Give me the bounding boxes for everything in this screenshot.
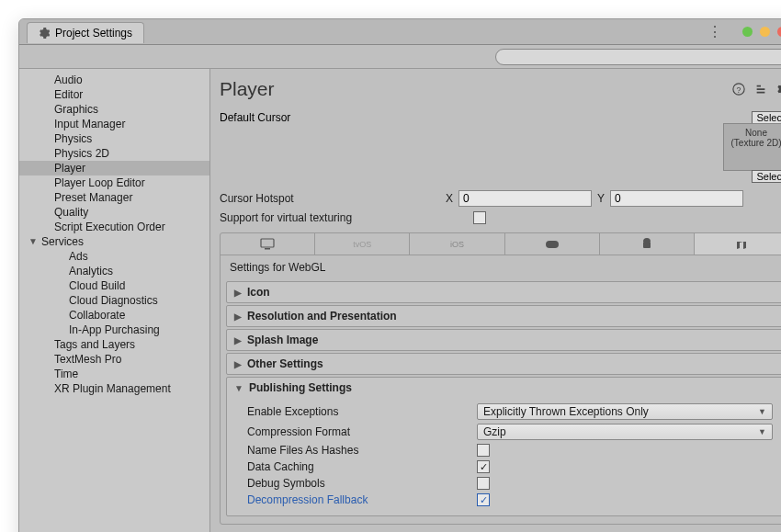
sidebar-item-label: Physics — [54, 132, 92, 145]
sidebar-item-label: In-App Purchasing — [69, 323, 160, 336]
maximize-button[interactable] — [760, 27, 770, 37]
sidebar-item-audio[interactable]: Audio — [19, 73, 209, 87]
chevron-down-icon: ▼ — [28, 236, 38, 246]
body: AudioEditorGraphicsInput ManagerPhysicsP… — [19, 69, 781, 532]
sidebar-item-label: Quality — [54, 206, 88, 219]
section-publishing-header[interactable]: ▼Publishing Settings — [227, 378, 781, 398]
chevron-right-icon: ▶ — [234, 335, 242, 345]
sidebar-item-cloud-diagnostics[interactable]: Cloud Diagnostics — [19, 293, 209, 308]
virtual-texturing-row: Support for virtual texturing — [220, 209, 781, 227]
sidebar-item-services[interactable]: ▼Services — [19, 234, 209, 249]
sidebar-item-ads[interactable]: Ads — [19, 249, 209, 264]
minimize-button[interactable] — [742, 27, 753, 37]
svg-rect-6 — [643, 242, 651, 248]
main-panel: Player ? Default C — [210, 69, 781, 532]
enable-exceptions-value: Explicitly Thrown Exceptions Only — [483, 405, 649, 418]
section-publishing: ▼Publishing Settings Enable Exceptions E… — [226, 377, 781, 516]
select-bottom-button[interactable]: Select — [752, 170, 781, 183]
publishing-body: Enable Exceptions Explicitly Thrown Exce… — [227, 398, 781, 515]
select-top-button[interactable]: Select — [752, 111, 781, 124]
settings-gear-icon[interactable] — [776, 83, 781, 96]
sidebar-item-quality[interactable]: Quality — [19, 205, 209, 220]
sidebar[interactable]: AudioEditorGraphicsInput ManagerPhysicsP… — [19, 69, 210, 532]
enable-exceptions-label: Enable Exceptions — [247, 405, 477, 418]
titlebar: Project Settings ⋮ — [19, 19, 781, 45]
cursor-hotspot-row: Cursor Hotspot X Y — [220, 188, 781, 209]
texture-slot[interactable]: None (Texture 2D) — [723, 123, 781, 171]
platform-tab-webgl[interactable] — [695, 233, 781, 255]
sidebar-item-physics[interactable]: Physics — [19, 131, 209, 146]
close-button[interactable] — [777, 27, 781, 37]
sidebar-item-collaborate[interactable]: Collaborate — [19, 308, 209, 323]
sidebar-item-tags-and-layers[interactable]: Tags and Layers — [19, 337, 209, 352]
platform-tab-tvos[interactable]: tvOS — [315, 233, 410, 255]
help-icon[interactable]: ? — [732, 83, 745, 96]
data-caching-label: Data Caching — [247, 460, 477, 473]
default-cursor-label: Default Cursor — [220, 111, 446, 124]
sidebar-item-editor[interactable]: Editor — [19, 87, 209, 102]
debug-symbols-label: Debug Symbols — [247, 477, 477, 490]
sidebar-item-label: Input Manager — [54, 118, 125, 130]
sidebar-item-player-loop-editor[interactable]: Player Loop Editor — [19, 175, 209, 190]
window-tab[interactable]: Project Settings — [27, 22, 144, 43]
section-resolution[interactable]: ▶Resolution and Presentation — [226, 305, 781, 327]
data-caching-checkbox[interactable]: ✓ — [477, 460, 490, 473]
sidebar-item-label: Audio — [54, 74, 83, 86]
compression-format-label: Compression Format — [247, 425, 477, 438]
sidebar-item-label: Graphics — [54, 103, 98, 116]
section-other[interactable]: ▶Other Settings — [226, 353, 781, 375]
sidebar-item-input-manager[interactable]: Input Manager — [19, 117, 209, 131]
preset-icon[interactable] — [754, 83, 767, 96]
window-controls: ⋮ — [707, 23, 781, 40]
platform-tab-ios[interactable]: iOS — [410, 233, 504, 255]
header-row: Player ? — [220, 74, 781, 109]
virtual-texturing-label: Support for virtual texturing — [220, 211, 446, 224]
y-label: Y — [597, 192, 605, 205]
svg-text:?: ? — [737, 85, 741, 95]
chevron-right-icon: ▶ — [234, 288, 242, 298]
compression-format-value: Gzip — [483, 425, 506, 438]
section-splash[interactable]: ▶Splash Image — [226, 329, 781, 351]
window-menu-icon[interactable]: ⋮ — [707, 23, 724, 40]
name-files-hashes-checkbox[interactable] — [477, 444, 490, 457]
sidebar-item-cloud-build[interactable]: Cloud Build — [19, 278, 209, 293]
sidebar-item-label: Player — [54, 162, 85, 175]
sidebar-item-xr-plugin-management[interactable]: XR Plugin Management — [19, 381, 209, 396]
cursor-preview: Select None (Texture 2D) Select — [723, 111, 781, 183]
debug-symbols-checkbox[interactable] — [477, 477, 490, 490]
sidebar-item-label: TextMesh Pro — [54, 353, 121, 366]
section-icon-label: Icon — [247, 286, 270, 299]
cursor-hotspot-y-input[interactable] — [610, 190, 743, 207]
sidebar-item-label: Script Execution Order — [54, 221, 165, 233]
sidebar-item-preset-manager[interactable]: Preset Manager — [19, 190, 209, 205]
platform-tab-android[interactable] — [600, 233, 695, 255]
window-title-text: Project Settings — [55, 27, 132, 40]
section-icon[interactable]: ▶Icon — [226, 281, 781, 303]
compression-format-dropdown[interactable]: Gzip ▼ — [477, 424, 773, 440]
sidebar-item-script-execution-order[interactable]: Script Execution Order — [19, 220, 209, 234]
sidebar-item-label: Physics 2D — [54, 147, 109, 160]
sidebar-item-label: Preset Manager — [54, 191, 132, 204]
sidebar-item-analytics[interactable]: Analytics — [19, 264, 209, 278]
enable-exceptions-dropdown[interactable]: Explicitly Thrown Exceptions Only ▼ — [477, 403, 773, 420]
platform-tab-console[interactable] — [505, 233, 600, 255]
search-input[interactable] — [495, 49, 781, 65]
platform-tab-desktop[interactable] — [221, 233, 315, 255]
sidebar-item-physics-2d[interactable]: Physics 2D — [19, 146, 209, 161]
sidebar-item-time[interactable]: Time — [19, 367, 209, 381]
decompression-fallback-checkbox[interactable]: ✓ — [477, 493, 490, 506]
virtual-texturing-checkbox[interactable] — [473, 211, 486, 224]
sidebar-item-player[interactable]: Player — [19, 161, 209, 175]
x-label: X — [446, 192, 453, 205]
sidebar-item-label: Time — [54, 368, 78, 380]
chevron-down-icon: ▼ — [758, 407, 766, 416]
sidebar-item-label: XR Plugin Management — [54, 382, 171, 395]
sidebar-item-in-app-purchasing[interactable]: In-App Purchasing — [19, 323, 209, 337]
sidebar-item-graphics[interactable]: Graphics — [19, 102, 209, 117]
platform-tabs: tvOS iOS — [221, 233, 781, 255]
sidebar-item-label: Cloud Build — [69, 279, 125, 292]
cursor-hotspot-x-input[interactable] — [458, 190, 592, 207]
project-settings-window: Project Settings ⋮ AudioEditorGraphicsIn… — [18, 18, 781, 532]
search-row — [19, 45, 781, 69]
sidebar-item-textmesh-pro[interactable]: TextMesh Pro — [19, 352, 209, 367]
